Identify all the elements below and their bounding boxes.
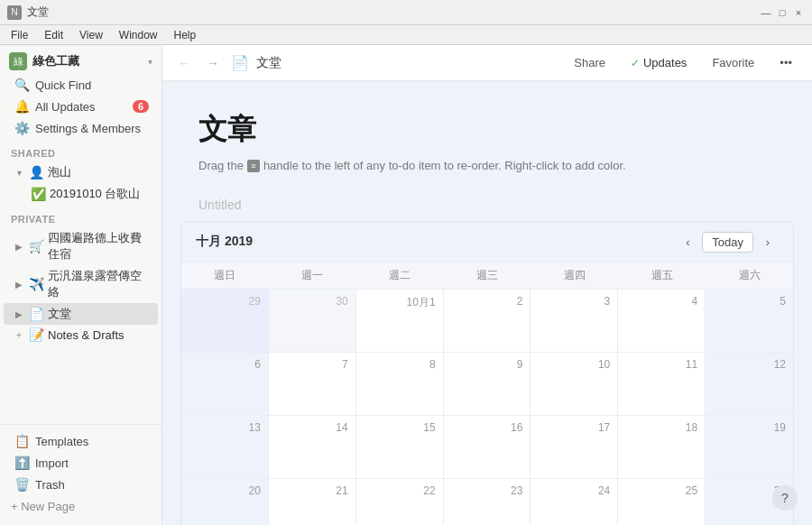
updates-badge: 6 [133, 100, 149, 113]
cal-day-num: 18 [625, 421, 697, 434]
cal-cell-w3d5[interactable]: 18 [618, 416, 706, 479]
cal-day-num: 13 [189, 421, 261, 434]
window-controls[interactable]: — □ × [760, 6, 805, 19]
cal-cell-w4d2[interactable]: 22 [356, 479, 444, 525]
menu-help[interactable]: Help [167, 27, 204, 43]
maximize-button[interactable]: □ [776, 6, 789, 19]
cal-cell-w2d3[interactable]: 9 [444, 353, 531, 416]
trash-label: Trash [35, 478, 65, 492]
cal-cell-w2d5[interactable]: 11 [618, 353, 706, 416]
cal-day-num: 12 [713, 358, 786, 371]
add-icon: + [13, 330, 25, 340]
cal-header-thu: 週四 [531, 262, 618, 290]
sidebar-item-bundo[interactable]: ▶ 📄 文堂 [4, 303, 158, 325]
cal-cell-w3d4[interactable]: 17 [531, 416, 618, 479]
cal-day-num: 24 [538, 484, 610, 497]
doc-icon: 📄 [29, 307, 44, 321]
cal-cell-w2d6[interactable]: 12 [706, 353, 793, 416]
cal-day-num: 5 [713, 295, 786, 308]
handle-icon: ≡ [247, 160, 260, 172]
back-button[interactable]: ← [173, 52, 195, 74]
cal-cell-w1d3[interactable]: 2 [444, 290, 531, 353]
toggle-item1-icon: ▶ [13, 242, 25, 252]
cal-cell-w2d2[interactable]: 8 [356, 353, 444, 416]
close-button[interactable]: × [792, 6, 805, 19]
cal-header-mon: 週一 [269, 262, 356, 290]
help-button[interactable]: ? [772, 485, 798, 511]
sidebar-item-hike[interactable]: ✅ 20191010 台歌山 [4, 183, 158, 205]
sidebar-item-notes-drafts[interactable]: + 📝 Notes & Drafts [4, 325, 158, 345]
sidebar-item-paoshan[interactable]: ▾ 👤 泡山 [4, 161, 158, 183]
sidebar-item-quick-find[interactable]: 🔍 Quick Find [4, 74, 158, 96]
cal-day-num: 6 [189, 358, 261, 371]
sidebar-item-all-updates[interactable]: 🔔 All Updates 6 [4, 96, 158, 117]
cal-cell-w3d1[interactable]: 14 [269, 416, 356, 479]
cal-cell-w1d2[interactable]: 10月1 [356, 290, 444, 353]
cal-cell-w4d1[interactable]: 21 [269, 479, 356, 525]
menu-view[interactable]: View [72, 27, 110, 43]
cal-cell-w1d5[interactable]: 4 [618, 290, 706, 353]
toggle-bundo-icon: ▶ [13, 309, 25, 319]
cal-cell-w4d3[interactable]: 23 [444, 479, 531, 525]
cal-cell-w1d0[interactable]: 29 [181, 290, 269, 353]
calendar-nav: ‹ Today › [677, 231, 779, 253]
cal-cell-w1d6[interactable]: 5 [706, 290, 793, 353]
sidebar-item-import[interactable]: ⬆️ Import [4, 452, 158, 474]
minimize-button[interactable]: — [760, 6, 772, 19]
cal-cell-w4d0[interactable]: 20 [181, 479, 269, 525]
calendar-topbar: 十月 2019 ‹ Today › [181, 222, 793, 262]
cal-day-num: 11 [625, 358, 697, 371]
cal-day-num: 25 [625, 484, 697, 497]
cal-header-sat: 週六 [706, 262, 793, 290]
untitled-placeholder: Untitled [162, 198, 812, 221]
menu-edit[interactable]: Edit [37, 27, 70, 43]
hike-label: 20191010 台歌山 [50, 186, 140, 202]
import-label: Import [35, 456, 69, 470]
calendar-next-button[interactable]: › [757, 231, 779, 253]
bell-icon: 🔔 [14, 99, 30, 114]
calendar-today-button[interactable]: Today [702, 232, 753, 253]
cal-cell-w1d1[interactable]: 30 [269, 290, 356, 353]
cal-day-num: 29 [189, 295, 261, 308]
sidebar-item-item1[interactable]: ▶ 🛒 四國遍路德上收費住宿 [4, 227, 158, 265]
sidebar: 綠 綠色工藏 ▾ 🔍 Quick Find 🔔 All Updates 6 ⚙️… [0, 45, 162, 525]
checkmark-icon: ✓ [631, 57, 640, 69]
menu-window[interactable]: Window [112, 27, 165, 43]
sidebar-item-templates[interactable]: 📋 Templates [4, 430, 158, 452]
cal-cell-w2d4[interactable]: 10 [531, 353, 618, 416]
cal-cell-w3d0[interactable]: 13 [181, 416, 269, 479]
cal-day-num: 30 [276, 295, 348, 308]
paoshan-label: 泡山 [48, 164, 71, 180]
calendar-prev-button[interactable]: ‹ [677, 231, 698, 253]
more-button[interactable]: ••• [770, 52, 801, 73]
cal-cell-w4d4[interactable]: 24 [531, 479, 618, 525]
cal-cell-w3d2[interactable]: 15 [356, 416, 444, 479]
gear-icon: ⚙️ [14, 121, 30, 135]
cal-cell-w4d5[interactable]: 25 [618, 479, 706, 525]
share-button[interactable]: Share [565, 52, 614, 73]
sidebar-item-item2[interactable]: ▶ ✈️ 元汎溫泉露營傳空絡 [4, 265, 158, 303]
menu-file[interactable]: File [4, 27, 35, 43]
cal-cell-w2d0[interactable]: 6 [181, 353, 269, 416]
updates-button[interactable]: ✓ Updates [622, 52, 696, 73]
cal-day-num: 9 [451, 358, 523, 371]
favorite-button[interactable]: Favorite [703, 52, 763, 73]
calendar-grid: 週日 週一 週二 週三 週四 週五 週六 29 30 10月1 2 3 4 5 [181, 262, 793, 525]
sidebar-item-trash[interactable]: 🗑️ Trash [4, 474, 158, 495]
checkbox-icon: ✅ [31, 187, 46, 201]
cal-cell-w3d6[interactable]: 19 [706, 416, 793, 479]
cal-day-num: 10月1 [364, 295, 436, 310]
new-page-button[interactable]: + New Page [0, 495, 161, 518]
cal-day-num: 20 [189, 484, 261, 497]
toggle-paoshan-icon: ▾ [13, 168, 25, 178]
cal-cell-w3d3[interactable]: 16 [444, 416, 531, 479]
page-title: 文章 [198, 110, 776, 150]
workspace-header[interactable]: 綠 綠色工藏 ▾ [0, 45, 161, 74]
forward-button[interactable]: → [202, 52, 224, 74]
cal-day-num: 10 [538, 358, 610, 371]
sidebar-item-settings[interactable]: ⚙️ Settings & Members [4, 117, 158, 139]
hint-suffix: handle to the left of any to-do item to … [263, 159, 626, 172]
cal-cell-w2d1[interactable]: 7 [269, 353, 356, 416]
cal-cell-w1d4[interactable]: 3 [531, 290, 618, 353]
page-icon: 📄 [231, 54, 249, 71]
